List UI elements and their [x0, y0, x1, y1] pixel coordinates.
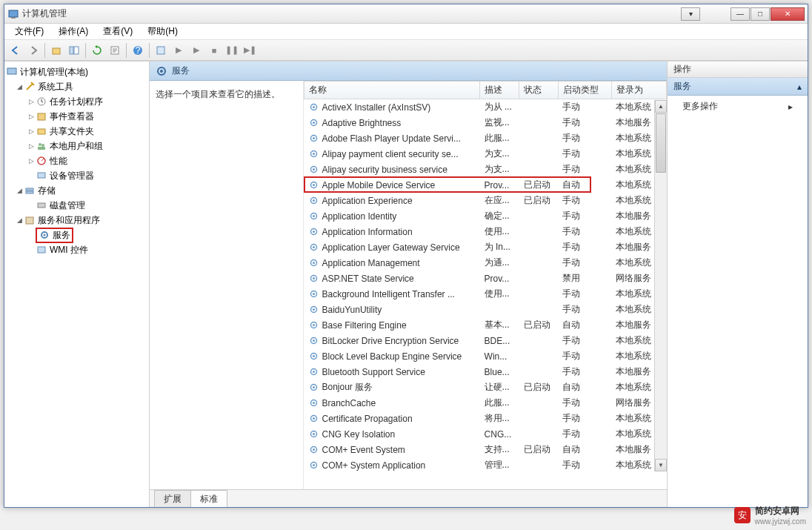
- tab-extended[interactable]: 扩展: [154, 490, 191, 507]
- col-startup[interactable]: 启动类型: [558, 82, 611, 99]
- table-row[interactable]: Application Information使用...手动本地系统: [304, 224, 667, 239]
- table-row[interactable]: Background Intelligent Transfer ...使用...…: [304, 286, 667, 302]
- table-row[interactable]: Alipay security business service为支...手动本…: [304, 162, 667, 177]
- menu-file[interactable]: 文件(F): [9, 24, 50, 39]
- table-row[interactable]: Application Experience在应...已启动手动本地系统: [304, 193, 667, 208]
- table-row[interactable]: Adobe Flash Player Update Servi...此服...手…: [304, 130, 667, 146]
- table-row[interactable]: Certificate Propagation将用...手动本地系统: [304, 411, 667, 426]
- up-button[interactable]: [48, 42, 64, 59]
- export-button[interactable]: [107, 42, 123, 59]
- table-row[interactable]: Bonjour 服务让硬...已启动自动本地系统: [304, 380, 667, 395]
- expand-icon[interactable]: ▷: [27, 113, 36, 120]
- table-row[interactable]: BranchCache此服...手动网络服务: [304, 395, 667, 411]
- expand-icon[interactable]: ▷: [27, 98, 36, 105]
- service-desc: 为支...: [480, 146, 519, 162]
- col-desc[interactable]: 描述: [480, 82, 519, 99]
- pause-button[interactable]: ❚❚: [224, 42, 240, 59]
- table-row[interactable]: Block Level Backup Engine ServiceWin...手…: [304, 348, 667, 364]
- table-row[interactable]: Base Filtering Engine基本...已启动自动本地服务: [304, 317, 667, 333]
- tree-pane[interactable]: 计算机管理(本地) ◢ 系统工具 ▷ 任务计划程序 ▷ 事件查看器 ▷ 共享文件…: [4, 62, 150, 507]
- table-row[interactable]: Application Management为通...手动本地系统: [304, 255, 667, 271]
- col-status[interactable]: 状态: [519, 82, 559, 99]
- tree-shared-folders[interactable]: ▷ 共享文件夹: [4, 124, 149, 139]
- actions-section[interactable]: 服务 ▴: [668, 78, 808, 96]
- service-startup: 自动: [558, 442, 611, 457]
- tab-standard[interactable]: 标准: [190, 490, 227, 507]
- table-row[interactable]: ASP.NET State ServiceProv...禁用网络服务: [304, 271, 667, 286]
- service-name: ActiveX Installer (AxInstSV): [322, 102, 431, 113]
- menu-help[interactable]: 帮助(H): [142, 24, 184, 39]
- table-row[interactable]: BaiduYunUtility手动本地系统: [304, 302, 667, 317]
- service-desc: CNG...: [480, 426, 519, 442]
- vertical-scrollbar[interactable]: ▲ ▼: [654, 100, 667, 471]
- col-name[interactable]: 名称: [304, 82, 480, 99]
- play2-button[interactable]: ▶: [188, 42, 204, 59]
- tree-event-viewer[interactable]: ▷ 事件查看器: [4, 109, 149, 124]
- table-row[interactable]: ActiveX Installer (AxInstSV)为从 ...手动本地系统: [304, 99, 667, 116]
- tree-task-scheduler[interactable]: ▷ 任务计划程序: [4, 94, 149, 109]
- help-icon[interactable]: ?: [130, 42, 146, 59]
- collapse-icon[interactable]: ◢: [15, 187, 24, 194]
- tree-services-apps[interactable]: ◢ 服务和应用程序: [4, 213, 149, 228]
- svg-point-60: [313, 355, 315, 357]
- tree-performance[interactable]: ▷ 性能: [4, 153, 149, 168]
- minimize-button[interactable]: —: [731, 7, 750, 21]
- svg-rect-21: [26, 217, 33, 224]
- play-button[interactable]: ▶: [170, 42, 187, 59]
- help-button[interactable]: ▾: [681, 7, 700, 21]
- tree-device-manager[interactable]: 设备管理器: [4, 168, 149, 183]
- tree-local-users[interactable]: ▷ 本地用户和组: [4, 139, 149, 153]
- services-highlight: 服务: [36, 228, 73, 243]
- refresh-button[interactable]: [89, 42, 105, 59]
- service-name: Application Management: [322, 258, 420, 268]
- service-startup: 手动: [558, 208, 611, 224]
- back-button[interactable]: [7, 42, 24, 59]
- menu-view[interactable]: 查看(V): [97, 24, 139, 39]
- collapse-icon[interactable]: ◢: [15, 83, 24, 90]
- service-status: [519, 224, 559, 239]
- table-row[interactable]: Adaptive Brightness监视...手动本地服务: [304, 115, 667, 130]
- table-row[interactable]: Bluetooth Support ServiceBlue...手动本地服务: [304, 364, 667, 380]
- show-hide-tree-button[interactable]: [66, 42, 82, 59]
- forward-button[interactable]: [25, 42, 41, 59]
- service-status: [519, 333, 559, 348]
- tree-storage[interactable]: ◢ 存储: [4, 183, 149, 198]
- close-button[interactable]: ✕: [771, 7, 805, 21]
- table-row[interactable]: COM+ Event System支持...已启动自动本地服务: [304, 442, 667, 457]
- expand-icon[interactable]: ▷: [27, 157, 36, 165]
- watermark: 安 简约安卓网 www.jyizwj.com: [734, 505, 806, 526]
- table-row[interactable]: Application Identity确定...手动本地服务: [304, 208, 667, 224]
- tree-disk-management[interactable]: 磁盘管理: [4, 198, 149, 213]
- tree-services[interactable]: 服务: [4, 228, 149, 242]
- service-startup: 自动: [558, 177, 611, 193]
- stop-button[interactable]: ■: [206, 42, 222, 59]
- actions-more[interactable]: 更多操作 ▸: [668, 96, 808, 117]
- service-startup: 手动: [558, 302, 611, 317]
- scroll-down-button[interactable]: ▼: [655, 459, 667, 471]
- watermark-brand: 简约安卓网: [755, 505, 806, 517]
- service-name: Application Layer Gateway Service: [322, 242, 460, 253]
- scroll-thumb[interactable]: [656, 113, 666, 173]
- scroll-up-button[interactable]: ▲: [655, 100, 667, 113]
- table-row[interactable]: Alipay payment client security se...为支..…: [304, 146, 667, 162]
- table-row[interactable]: Application Layer Gateway Service为 In...…: [304, 239, 667, 255]
- col-logon[interactable]: 登录为: [611, 82, 666, 99]
- service-startup: 手动: [558, 426, 611, 442]
- collapse-icon[interactable]: ◢: [15, 216, 24, 224]
- table-row[interactable]: Apple Mobile Device ServiceProv...已启动自动本…: [304, 177, 667, 193]
- menu-action[interactable]: 操作(A): [53, 24, 94, 39]
- restart-button[interactable]: ▶❚: [242, 42, 258, 59]
- table-row[interactable]: CNG Key IsolationCNG...手动本地系统: [304, 426, 667, 442]
- tree-wmi[interactable]: WMI 控件: [4, 242, 149, 257]
- tree-root[interactable]: 计算机管理(本地): [4, 64, 149, 79]
- tree-system-tools[interactable]: ◢ 系统工具: [4, 79, 149, 94]
- expand-icon[interactable]: ▷: [27, 142, 36, 150]
- service-name: Base Filtering Engine: [322, 320, 407, 331]
- expand-icon[interactable]: ▷: [27, 127, 36, 135]
- service-desc: 此服...: [480, 395, 519, 411]
- table-row[interactable]: COM+ System Application管理...手动本地系统: [304, 457, 667, 473]
- table-row[interactable]: BitLocker Drive Encryption ServiceBDE...…: [304, 333, 667, 348]
- users-icon: [36, 140, 47, 152]
- maximize-button[interactable]: □: [751, 7, 770, 21]
- properties-button[interactable]: [153, 42, 169, 59]
